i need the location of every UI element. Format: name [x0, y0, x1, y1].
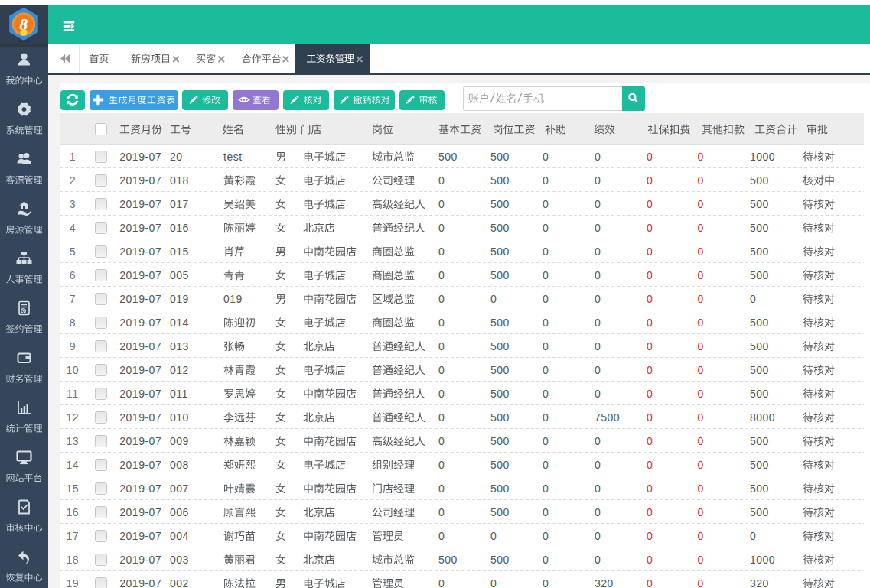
svg-text:0: 0	[595, 245, 601, 258]
svg-text:500: 500	[750, 222, 769, 234]
svg-text:0: 0	[698, 554, 704, 566]
svg-text:0: 0	[438, 293, 445, 305]
svg-text:0: 0	[698, 269, 704, 281]
svg-text:500: 500	[490, 269, 510, 281]
svg-text:16: 16	[67, 506, 80, 518]
svg-text:0: 0	[438, 174, 445, 187]
svg-text:500: 500	[490, 174, 510, 187]
svg-text:0: 0	[647, 435, 653, 447]
svg-text:2019-07: 2019-07	[119, 317, 161, 329]
svg-text:0: 0	[595, 388, 601, 400]
svg-text:8: 8	[70, 317, 76, 329]
svg-text:2019-07: 2019-07	[119, 411, 161, 424]
svg-text:0: 0	[647, 506, 653, 518]
svg-text:500: 500	[750, 364, 769, 376]
svg-text:2019-07: 2019-07	[119, 174, 161, 187]
svg-text:2019-07: 2019-07	[119, 198, 161, 210]
svg-text:500: 500	[490, 554, 510, 566]
svg-text:12: 12	[67, 411, 80, 424]
svg-text:500: 500	[750, 482, 769, 495]
svg-text:0: 0	[647, 174, 653, 187]
svg-text:2019-07: 2019-07	[119, 506, 161, 518]
svg-text:500: 500	[490, 388, 510, 400]
svg-text:500: 500	[750, 269, 769, 281]
svg-text:015: 015	[170, 245, 189, 258]
svg-text:500: 500	[438, 554, 458, 566]
svg-text:500: 500	[490, 151, 510, 163]
svg-text:500: 500	[750, 506, 769, 518]
svg-text:0: 0	[595, 435, 601, 447]
svg-text:2019-07: 2019-07	[119, 245, 161, 258]
svg-text:2019-07: 2019-07	[119, 151, 161, 163]
svg-text:0: 0	[438, 482, 445, 495]
svg-text:0: 0	[647, 293, 653, 305]
svg-text:500: 500	[750, 459, 769, 471]
svg-text:0: 0	[647, 245, 653, 258]
svg-text:500: 500	[750, 174, 769, 187]
svg-text:0: 0	[543, 340, 549, 352]
svg-text:010: 010	[170, 411, 189, 424]
svg-text:500: 500	[490, 245, 510, 258]
svg-text:0: 0	[595, 293, 601, 305]
svg-text:1000: 1000	[750, 151, 775, 163]
svg-text:500: 500	[750, 435, 769, 447]
svg-text:10: 10	[67, 364, 80, 376]
svg-text:0: 0	[543, 530, 549, 542]
svg-text:0: 0	[647, 340, 653, 352]
svg-text:0: 0	[595, 222, 601, 234]
svg-text:008: 008	[170, 459, 189, 471]
svg-text:0: 0	[543, 482, 549, 495]
svg-text:007: 007	[170, 482, 189, 495]
svg-text:0: 0	[438, 340, 445, 352]
svg-text:500: 500	[490, 198, 510, 210]
svg-text:2019-07: 2019-07	[119, 530, 161, 542]
svg-text:0: 0	[698, 293, 704, 305]
svg-text:0: 0	[698, 506, 704, 518]
svg-text:0: 0	[698, 482, 704, 495]
svg-text:500: 500	[490, 435, 510, 447]
svg-text:0: 0	[595, 317, 601, 329]
svg-text:14: 14	[67, 459, 80, 471]
svg-text:0: 0	[647, 198, 653, 210]
svg-text:0: 0	[438, 269, 445, 281]
svg-text:0: 0	[698, 151, 704, 163]
svg-text:0: 0	[595, 269, 601, 281]
svg-text:2019-07: 2019-07	[119, 340, 161, 352]
svg-text:003: 003	[170, 554, 189, 566]
svg-text:0: 0	[543, 269, 549, 281]
svg-text:0: 0	[438, 364, 445, 376]
svg-text:0: 0	[438, 317, 445, 329]
svg-text:0: 0	[543, 411, 549, 424]
svg-text:0: 0	[698, 174, 704, 187]
svg-text:0: 0	[595, 198, 601, 210]
svg-text:6: 6	[70, 269, 76, 281]
svg-text:0: 0	[647, 269, 653, 281]
svg-text:0: 0	[543, 245, 549, 258]
svg-text:019: 019	[170, 293, 189, 305]
svg-text:0: 0	[698, 435, 704, 447]
svg-text:2019-07: 2019-07	[119, 388, 161, 400]
svg-text:2019-07: 2019-07	[119, 364, 161, 376]
svg-text:0: 0	[698, 245, 704, 258]
svg-text:0: 0	[647, 554, 653, 566]
svg-text:0: 0	[647, 151, 653, 163]
svg-text:0: 0	[698, 411, 704, 424]
svg-text:13: 13	[67, 435, 80, 447]
svg-text:014: 014	[170, 317, 189, 329]
svg-text:11: 11	[67, 388, 79, 400]
svg-text:005: 005	[170, 269, 189, 281]
svg-text:0: 0	[750, 530, 756, 542]
svg-text:0: 0	[595, 364, 601, 376]
svg-text:17: 17	[67, 530, 80, 542]
svg-text:4: 4	[70, 222, 76, 234]
svg-text:500: 500	[490, 411, 510, 424]
svg-text:0: 0	[698, 317, 704, 329]
svg-text:500: 500	[490, 317, 510, 329]
svg-text:0: 0	[438, 411, 445, 424]
svg-text:2019-07: 2019-07	[119, 577, 161, 588]
svg-text:0: 0	[438, 577, 445, 588]
svg-text:0: 0	[543, 577, 549, 588]
svg-text:15: 15	[67, 482, 80, 495]
svg-text:2019-07: 2019-07	[119, 554, 161, 566]
svg-text:0: 0	[438, 388, 445, 400]
